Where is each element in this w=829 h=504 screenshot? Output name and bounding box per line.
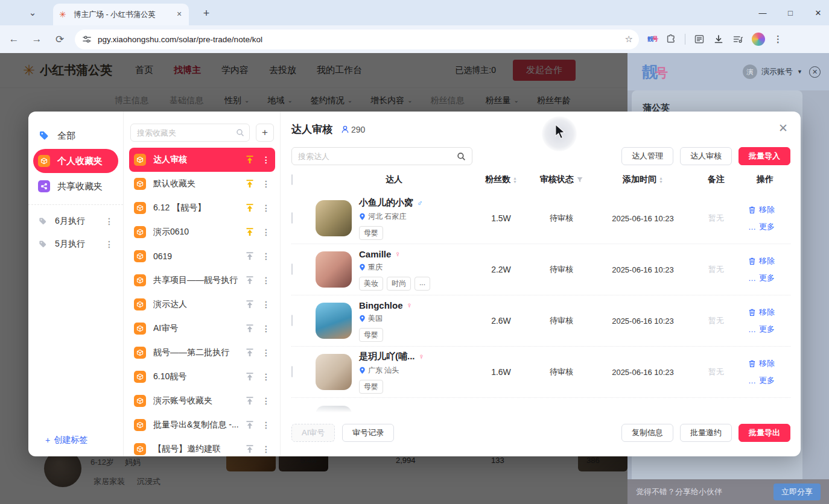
- row-checkbox[interactable]: [291, 366, 293, 377]
- browser-menu-icon[interactable]: ⋮: [773, 34, 783, 45]
- folder-item[interactable]: 演示达人 ⋮: [129, 292, 275, 317]
- media-controls-icon[interactable]: [732, 34, 743, 45]
- more-options-icon[interactable]: ⋮: [105, 216, 113, 226]
- pin-to-top-icon[interactable]: [245, 179, 256, 189]
- footer-button[interactable]: 复制信息: [621, 424, 673, 442]
- more-options-icon[interactable]: ⋮: [262, 276, 270, 285]
- more-options-icon[interactable]: ⋮: [105, 239, 113, 249]
- more-options-icon[interactable]: ⋮: [262, 155, 270, 165]
- kol-name[interactable]: Camille: [359, 249, 391, 259]
- footer-button[interactable]: 批量邀约: [680, 424, 732, 442]
- kol-name[interactable]: Bingchloe: [359, 300, 403, 310]
- folder-search-box[interactable]: [130, 124, 250, 142]
- more-options-icon[interactable]: ⋮: [262, 420, 270, 430]
- row-checkbox[interactable]: [291, 315, 293, 326]
- sort-icon[interactable]: ▲▼: [513, 177, 517, 183]
- pin-to-top-icon[interactable]: [245, 372, 256, 382]
- tab-close-icon[interactable]: ×: [174, 10, 184, 19]
- more-options-icon[interactable]: ⋮: [262, 396, 270, 406]
- footer-button[interactable]: AI审号: [291, 424, 335, 442]
- footer-button[interactable]: 审号记录: [342, 424, 394, 442]
- create-tag-button[interactable]: + 创建标签: [45, 435, 87, 446]
- sidebar-item-personal-folders[interactable]: 个人收藏夹: [33, 149, 118, 173]
- folder-item[interactable]: 共享项目——靓号执行 ⋮: [129, 268, 275, 292]
- reading-list-icon[interactable]: [694, 34, 705, 45]
- folder-item[interactable]: 默认收藏夹 ⋮: [129, 172, 275, 196]
- folder-search-input[interactable]: [137, 128, 236, 137]
- folder-item[interactable]: AI审号 ⋮: [129, 317, 275, 341]
- folder-item[interactable]: 演示账号收藏夹 ⋮: [129, 389, 275, 413]
- account-dropdown[interactable]: 演 演示账号 ▼: [743, 65, 802, 79]
- more-options-icon[interactable]: ⋮: [262, 444, 270, 454]
- browser-profile-avatar[interactable]: [752, 33, 765, 46]
- folder-item[interactable]: 靓号——第二批执行 ⋮: [129, 341, 275, 365]
- minimize-icon[interactable]: —: [757, 8, 769, 17]
- more-options-icon[interactable]: ⋮: [262, 348, 270, 358]
- more-options-icon[interactable]: ⋮: [262, 372, 270, 382]
- more-options-icon[interactable]: ⋮: [262, 251, 270, 261]
- new-tab-button[interactable]: +: [199, 6, 214, 20]
- kol-avatar[interactable]: [316, 303, 352, 339]
- remove-link[interactable]: 移除: [748, 256, 775, 266]
- row-checkbox[interactable]: [291, 212, 293, 224]
- bookmark-star-icon[interactable]: ☆: [625, 34, 633, 45]
- sidebar-tag-item[interactable]: 6月执行 ⋮: [28, 210, 123, 233]
- add-folder-button[interactable]: +: [256, 124, 274, 142]
- browser-tab[interactable]: ✳ 博主广场 - 小红书蒲公英 ×: [53, 4, 189, 25]
- site-settings-icon[interactable]: [82, 34, 92, 44]
- reload-icon[interactable]: ⟳: [51, 30, 69, 48]
- kol-search-box[interactable]: [291, 147, 472, 165]
- pin-to-top-icon[interactable]: [245, 155, 256, 165]
- folder-item[interactable]: 演示0610 ⋮: [129, 220, 275, 244]
- liangha-extension-icon[interactable]: 靓号: [647, 35, 657, 43]
- more-options-icon[interactable]: ⋮: [262, 227, 270, 237]
- pin-to-top-icon[interactable]: [245, 420, 256, 430]
- sidebar-item-shared-folders[interactable]: 共享收藏夹: [33, 174, 118, 198]
- pin-to-top-icon[interactable]: [245, 396, 256, 406]
- pin-to-top-icon[interactable]: [245, 251, 256, 261]
- more-options-icon[interactable]: ⋮: [262, 324, 270, 333]
- filter-funnel-icon[interactable]: [576, 176, 583, 183]
- pin-to-top-icon[interactable]: [245, 444, 256, 454]
- toolbar-button[interactable]: 达人审核: [680, 147, 732, 165]
- folder-item[interactable]: 批量导出&复制信息 -... ⋮: [129, 413, 275, 437]
- tab-search-chevron-icon[interactable]: ⌄: [24, 5, 41, 20]
- address-bar[interactable]: pgy.xiaohongshu.com/solar/pre-trade/note…: [75, 30, 639, 49]
- remove-link[interactable]: 移除: [748, 204, 775, 215]
- kol-avatar[interactable]: [316, 251, 352, 288]
- more-link[interactable]: … 更多: [748, 221, 775, 232]
- kol-name[interactable]: 小鱼儿的小窝: [359, 197, 413, 209]
- kol-search-input[interactable]: [298, 152, 457, 161]
- remove-link[interactable]: 移除: [748, 358, 775, 369]
- footer-button[interactable]: 批量导出: [738, 424, 790, 442]
- kol-avatar[interactable]: [316, 354, 352, 390]
- sidebar-item-all[interactable]: 全部: [33, 124, 118, 148]
- remove-link[interactable]: 移除: [748, 307, 775, 318]
- folder-item[interactable]: 6.12 【靓号】 ⋮: [129, 196, 275, 220]
- share-now-button[interactable]: 立即分享: [773, 484, 821, 500]
- pin-to-top-icon[interactable]: [245, 324, 256, 333]
- folder-item[interactable]: 0619 ⋮: [129, 244, 275, 268]
- more-options-icon[interactable]: ⋮: [262, 300, 270, 309]
- more-options-icon[interactable]: ⋮: [262, 179, 270, 189]
- pin-to-top-icon[interactable]: [245, 300, 256, 309]
- modal-close-icon[interactable]: ✕: [777, 121, 790, 134]
- toolbar-button[interactable]: 批量导入: [738, 147, 790, 165]
- sidebar-tag-item[interactable]: 5月执行 ⋮: [28, 233, 123, 256]
- downloads-icon[interactable]: [713, 34, 724, 45]
- close-window-icon[interactable]: ✕: [812, 8, 824, 17]
- back-icon[interactable]: ←: [5, 30, 23, 48]
- pin-to-top-icon[interactable]: [245, 227, 256, 237]
- extensions-puzzle-icon[interactable]: [665, 34, 676, 45]
- more-options-icon[interactable]: ⋮: [262, 203, 270, 213]
- maximize-icon[interactable]: □: [784, 8, 796, 17]
- folder-item[interactable]: 6.10靓号 ⋮: [129, 365, 275, 389]
- row-checkbox[interactable]: [291, 263, 293, 275]
- kol-avatar[interactable]: [316, 200, 352, 236]
- kol-name[interactable]: 是玥儿吖(哺...: [359, 351, 415, 362]
- panel-close-icon[interactable]: ✕: [809, 66, 821, 78]
- select-all-checkbox[interactable]: [291, 174, 293, 185]
- forward-icon[interactable]: →: [28, 30, 46, 48]
- more-link[interactable]: … 更多: [748, 375, 775, 386]
- sort-icon[interactable]: ▲▼: [659, 177, 663, 183]
